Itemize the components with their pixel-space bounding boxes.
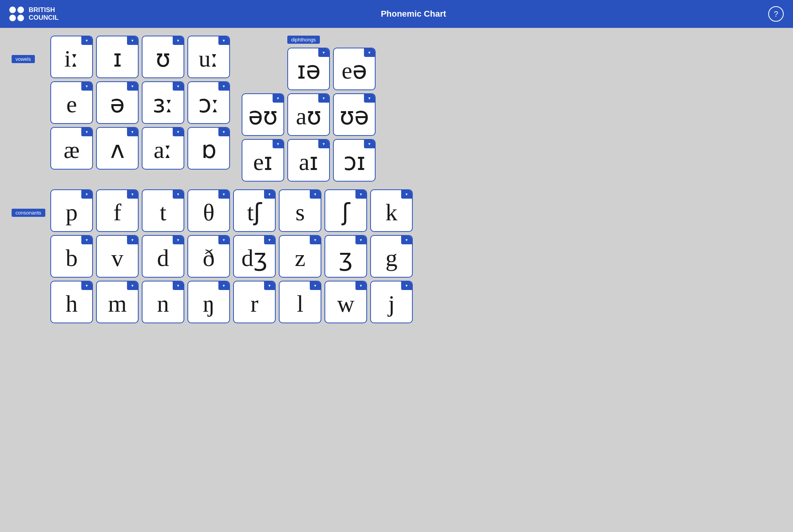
card-dropdown-arrow[interactable] xyxy=(81,236,92,244)
phoneme-card[interactable]: aː xyxy=(142,127,184,170)
phoneme-card[interactable]: æ xyxy=(50,127,93,170)
phoneme-card[interactable]: s xyxy=(279,189,321,232)
phoneme-card[interactable]: ʊ xyxy=(142,36,184,78)
phoneme-card[interactable]: aɪ xyxy=(287,139,330,182)
phoneme-card[interactable]: z xyxy=(279,235,321,278)
card-dropdown-arrow[interactable] xyxy=(173,82,184,91)
phoneme-card[interactable]: ð xyxy=(187,235,230,278)
card-dropdown-arrow[interactable] xyxy=(273,140,283,148)
card-dropdown-arrow[interactable] xyxy=(127,190,138,199)
card-dropdown-arrow[interactable] xyxy=(273,94,283,103)
card-dropdown-arrow[interactable] xyxy=(310,236,321,244)
phoneme-card[interactable]: ʊə xyxy=(333,93,376,136)
phoneme-card[interactable]: dʒ xyxy=(233,235,276,278)
phoneme-card[interactable]: ɒ xyxy=(187,127,230,170)
phoneme-symbol: n xyxy=(157,292,169,316)
phoneme-symbol: ʒ xyxy=(339,246,353,270)
card-dropdown-arrow[interactable] xyxy=(401,236,412,244)
phoneme-card[interactable]: j xyxy=(370,281,413,323)
card-dropdown-arrow[interactable] xyxy=(127,82,138,91)
phoneme-card[interactable]: r xyxy=(233,281,276,323)
logo-dot-3 xyxy=(9,15,16,21)
card-dropdown-arrow[interactable] xyxy=(81,281,92,290)
card-dropdown-arrow[interactable] xyxy=(81,36,92,45)
phoneme-card[interactable]: eɪ xyxy=(242,139,284,182)
phoneme-card[interactable]: tʃ xyxy=(233,189,276,232)
phoneme-card[interactable]: f xyxy=(96,189,139,232)
card-dropdown-arrow[interactable] xyxy=(218,82,229,91)
phoneme-card[interactable]: v xyxy=(96,235,139,278)
phoneme-card[interactable]: w xyxy=(324,281,367,323)
card-dropdown-arrow[interactable] xyxy=(355,190,366,199)
phoneme-card[interactable]: ʃ xyxy=(324,189,367,232)
card-dropdown-arrow[interactable] xyxy=(355,281,366,290)
card-dropdown-arrow[interactable] xyxy=(218,36,229,45)
phoneme-symbol: k xyxy=(386,200,398,224)
phoneme-card[interactable]: əʊ xyxy=(242,93,284,136)
help-button[interactable]: ? xyxy=(768,6,784,22)
phoneme-card[interactable]: eə xyxy=(333,48,376,90)
phoneme-card[interactable]: ʒ xyxy=(324,235,367,278)
phoneme-card[interactable]: t xyxy=(142,189,184,232)
card-dropdown-arrow[interactable] xyxy=(310,281,321,290)
phoneme-card[interactable]: p xyxy=(50,189,93,232)
card-dropdown-arrow[interactable] xyxy=(81,128,92,136)
card-dropdown-arrow[interactable] xyxy=(81,190,92,199)
phoneme-card[interactable]: ɔɪ xyxy=(333,139,376,182)
card-dropdown-arrow[interactable] xyxy=(364,140,375,148)
phoneme-card[interactable]: k xyxy=(370,189,413,232)
card-dropdown-arrow[interactable] xyxy=(318,94,329,103)
phoneme-card[interactable]: aʊ xyxy=(287,93,330,136)
card-dropdown-arrow[interactable] xyxy=(127,281,138,290)
phoneme-card[interactable]: ɔː xyxy=(187,81,230,124)
card-dropdown-arrow[interactable] xyxy=(401,190,412,199)
card-dropdown-arrow[interactable] xyxy=(173,36,184,45)
card-dropdown-arrow[interactable] xyxy=(364,48,375,57)
card-dropdown-arrow[interactable] xyxy=(127,128,138,136)
card-dropdown-arrow[interactable] xyxy=(364,94,375,103)
phoneme-card[interactable]: e xyxy=(50,81,93,124)
phoneme-card[interactable]: l xyxy=(279,281,321,323)
card-dropdown-arrow[interactable] xyxy=(81,82,92,91)
card-dropdown-arrow[interactable] xyxy=(318,48,329,57)
phoneme-card[interactable]: b xyxy=(50,235,93,278)
card-dropdown-arrow[interactable] xyxy=(218,236,229,244)
phoneme-card[interactable]: ɜː xyxy=(142,81,184,124)
phoneme-card[interactable]: iː xyxy=(50,36,93,78)
card-dropdown-arrow[interactable] xyxy=(310,190,321,199)
phoneme-card[interactable]: h xyxy=(50,281,93,323)
phoneme-card[interactable]: ŋ xyxy=(187,281,230,323)
vowels-grids: iːɪʊuːeəɜːɔːæʌaːɒ diphthongs ɪəeə əʊaʊʊə… xyxy=(50,36,376,182)
phoneme-card[interactable]: g xyxy=(370,235,413,278)
card-dropdown-arrow[interactable] xyxy=(173,236,184,244)
card-dropdown-arrow[interactable] xyxy=(264,281,275,290)
phoneme-card[interactable]: d xyxy=(142,235,184,278)
card-dropdown-arrow[interactable] xyxy=(264,190,275,199)
card-dropdown-arrow[interactable] xyxy=(173,128,184,136)
phoneme-symbol: b xyxy=(66,246,78,270)
card-dropdown-arrow[interactable] xyxy=(127,236,138,244)
logo-area: BRITISH COUNCIL xyxy=(9,6,58,22)
card-dropdown-arrow[interactable] xyxy=(355,236,366,244)
card-dropdown-arrow[interactable] xyxy=(127,36,138,45)
card-dropdown-arrow[interactable] xyxy=(218,128,229,136)
card-dropdown-arrow[interactable] xyxy=(218,281,229,290)
card-dropdown-arrow[interactable] xyxy=(173,190,184,199)
phoneme-symbol: ʊə xyxy=(340,104,369,128)
phoneme-symbol: ɪə xyxy=(297,58,321,82)
card-dropdown-arrow[interactable] xyxy=(264,236,275,244)
card-dropdown-arrow[interactable] xyxy=(401,281,412,290)
phoneme-card[interactable]: ʌ xyxy=(96,127,139,170)
card-dropdown-arrow[interactable] xyxy=(173,281,184,290)
card-dropdown-arrow[interactable] xyxy=(318,140,329,148)
phoneme-card[interactable]: ə xyxy=(96,81,139,124)
phoneme-card[interactable]: n xyxy=(142,281,184,323)
vowels-label: vowels xyxy=(12,55,35,63)
phoneme-card[interactable]: θ xyxy=(187,189,230,232)
phoneme-symbol: g xyxy=(386,246,398,270)
phoneme-card[interactable]: uː xyxy=(187,36,230,78)
phoneme-card[interactable]: m xyxy=(96,281,139,323)
card-dropdown-arrow[interactable] xyxy=(218,190,229,199)
phoneme-card[interactable]: ɪə xyxy=(287,48,330,90)
phoneme-card[interactable]: ɪ xyxy=(96,36,139,78)
